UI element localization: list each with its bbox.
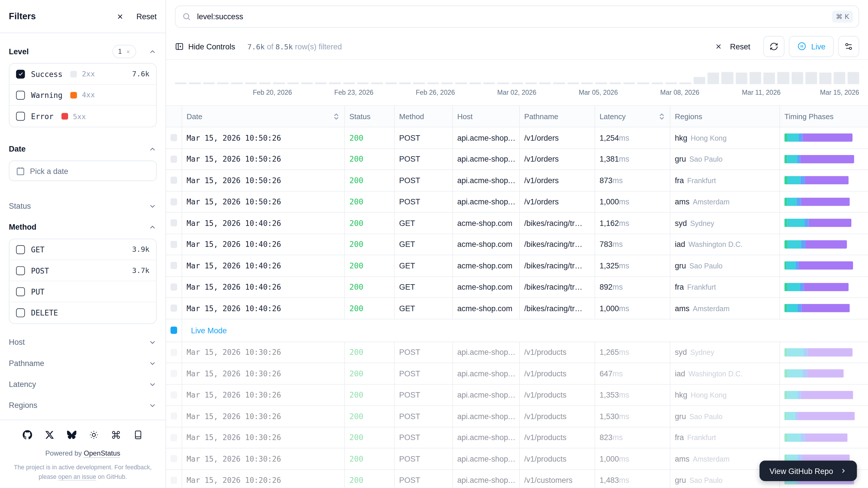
table-row[interactable]: Mar 15, 2026 10:30:26200POSTapi.acme-sho… xyxy=(166,406,868,427)
section-date-header[interactable]: Date xyxy=(9,141,157,157)
search-input[interactable] xyxy=(196,11,832,22)
histogram-bar[interactable] xyxy=(623,83,635,84)
histogram-bar[interactable] xyxy=(343,83,355,84)
row-select-cell[interactable] xyxy=(166,276,182,297)
reset-table-button[interactable]: Reset xyxy=(714,42,750,51)
histogram-bar[interactable] xyxy=(245,83,257,84)
row-select-cell[interactable] xyxy=(166,127,182,148)
view-settings-button[interactable] xyxy=(838,36,859,57)
checkbox[interactable] xyxy=(16,69,25,79)
refresh-button[interactable] xyxy=(764,36,784,57)
histogram-bar[interactable] xyxy=(778,72,789,84)
level-option-error[interactable]: Error5xx xyxy=(9,105,156,127)
section-regions-header[interactable]: Regions xyxy=(9,395,157,416)
histogram-bar[interactable] xyxy=(217,83,229,84)
sun-icon[interactable] xyxy=(89,430,98,442)
reset-filters-button[interactable]: Reset xyxy=(136,12,157,21)
method-option-delete[interactable]: DELETE xyxy=(9,302,156,323)
histogram-bar[interactable] xyxy=(399,83,411,84)
row-select-cell[interactable] xyxy=(166,469,182,488)
histogram-bar[interactable] xyxy=(834,72,845,84)
histogram-bar[interactable] xyxy=(273,83,285,84)
histogram-bar[interactable] xyxy=(189,83,200,84)
histogram-bar[interactable] xyxy=(175,83,187,84)
section-level-header[interactable]: Level 1 xyxy=(9,43,157,60)
histogram-bar[interactable] xyxy=(595,83,607,84)
histogram-bar[interactable] xyxy=(567,83,579,84)
search-bar[interactable]: ⌘K xyxy=(175,5,859,28)
table-row[interactable]: Mar 15, 2026 10:40:26200GETacme-shop.com… xyxy=(166,298,868,319)
histogram-bar[interactable] xyxy=(539,83,551,84)
level-option-success[interactable]: Success2xx7.6k xyxy=(9,64,156,85)
histogram-bar[interactable] xyxy=(511,83,523,84)
checkbox[interactable] xyxy=(16,112,25,121)
column-header-timing-phases[interactable]: Timing Phases xyxy=(780,105,868,127)
column-header-status[interactable]: Status xyxy=(345,105,395,127)
table-row[interactable]: Mar 15, 2026 10:40:26200GETacme-shop.com… xyxy=(166,234,868,255)
histogram-bar[interactable] xyxy=(651,83,663,84)
histogram-bar[interactable] xyxy=(707,72,719,84)
histogram-bar[interactable] xyxy=(385,83,397,84)
histogram-bar[interactable] xyxy=(329,83,341,84)
checkbox[interactable] xyxy=(16,266,25,275)
checkbox[interactable] xyxy=(16,308,25,317)
row-select-cell[interactable] xyxy=(166,342,182,363)
badge-clear-icon[interactable] xyxy=(126,49,131,54)
histogram-bar[interactable] xyxy=(427,83,439,84)
sort-icon[interactable] xyxy=(659,113,665,119)
row-select-cell[interactable] xyxy=(166,149,182,170)
live-mode-row[interactable]: Live Mode xyxy=(166,319,868,342)
x-logo-icon[interactable] xyxy=(45,430,54,442)
histogram-bar[interactable] xyxy=(357,83,369,84)
histogram-bar[interactable] xyxy=(497,83,509,84)
row-select-cell[interactable] xyxy=(166,385,182,405)
histogram-bar[interactable] xyxy=(764,72,775,84)
row-select-cell[interactable] xyxy=(166,427,182,448)
row-select-cell[interactable] xyxy=(166,170,182,191)
histogram-bar[interactable] xyxy=(483,83,495,84)
histogram-bar[interactable] xyxy=(665,83,677,84)
histogram-bar[interactable] xyxy=(469,83,481,84)
histogram-bar[interactable] xyxy=(609,83,621,84)
table-row[interactable]: Mar 15, 2026 10:50:26200POSTapi.acme-sho… xyxy=(166,170,868,191)
histogram-bar[interactable] xyxy=(525,83,537,84)
row-select-cell[interactable] xyxy=(166,298,182,318)
table-row[interactable]: Mar 15, 2026 10:40:26200GETacme-shop.com… xyxy=(166,276,868,298)
row-select-cell[interactable] xyxy=(166,406,182,427)
histogram-bar[interactable] xyxy=(679,83,691,84)
histogram-bar[interactable] xyxy=(721,72,733,84)
level-filter-badge[interactable]: 1 xyxy=(113,45,136,58)
timeline-histogram[interactable]: Feb 20, 2026Feb 23, 2026Feb 26, 2026Mar … xyxy=(166,60,868,101)
histogram-bar[interactable] xyxy=(441,83,453,84)
histogram-bar[interactable] xyxy=(792,72,803,84)
column-header-latency[interactable]: Latency xyxy=(595,105,670,127)
row-select-cell[interactable] xyxy=(166,234,182,255)
section-pathname-header[interactable]: Pathname xyxy=(9,353,157,373)
histogram-bar[interactable] xyxy=(553,83,565,84)
histogram-bar[interactable] xyxy=(693,77,705,84)
histogram-bar[interactable] xyxy=(203,83,215,84)
histogram-bar[interactable] xyxy=(735,72,747,84)
live-button[interactable]: Live xyxy=(789,36,834,57)
column-header-pathname[interactable]: Pathname xyxy=(520,105,595,127)
histogram-bar[interactable] xyxy=(231,83,243,84)
section-host-header[interactable]: Host xyxy=(9,332,157,353)
row-select-cell[interactable] xyxy=(166,363,182,384)
histogram-bar[interactable] xyxy=(581,83,593,84)
checkbox[interactable] xyxy=(16,287,25,296)
method-option-put[interactable]: PUT xyxy=(9,281,156,302)
section-status-header[interactable]: Status xyxy=(9,195,157,216)
table-row[interactable]: Mar 15, 2026 10:30:26200POSTapi.acme-sho… xyxy=(166,427,868,448)
section-method-header[interactable]: Method xyxy=(9,219,157,235)
table-row[interactable]: Mar 15, 2026 10:50:26200POSTapi.acme-sho… xyxy=(166,127,868,149)
table-row[interactable]: Mar 15, 2026 10:40:26200GETacme-shop.com… xyxy=(166,213,868,234)
checkbox[interactable] xyxy=(16,245,25,254)
table-row[interactable]: Mar 15, 2026 10:40:26200GETacme-shop.com… xyxy=(166,255,868,276)
level-option-warning[interactable]: Warning4xx xyxy=(9,85,156,105)
histogram-bar[interactable] xyxy=(287,83,299,84)
hide-controls-button[interactable]: Hide Controls xyxy=(175,42,235,51)
table-row[interactable]: Mar 15, 2026 10:30:26200POSTapi.acme-sho… xyxy=(166,342,868,363)
row-select-cell[interactable] xyxy=(166,213,182,233)
method-option-get[interactable]: GET3.9k xyxy=(9,239,156,260)
histogram-bar[interactable] xyxy=(315,83,327,84)
